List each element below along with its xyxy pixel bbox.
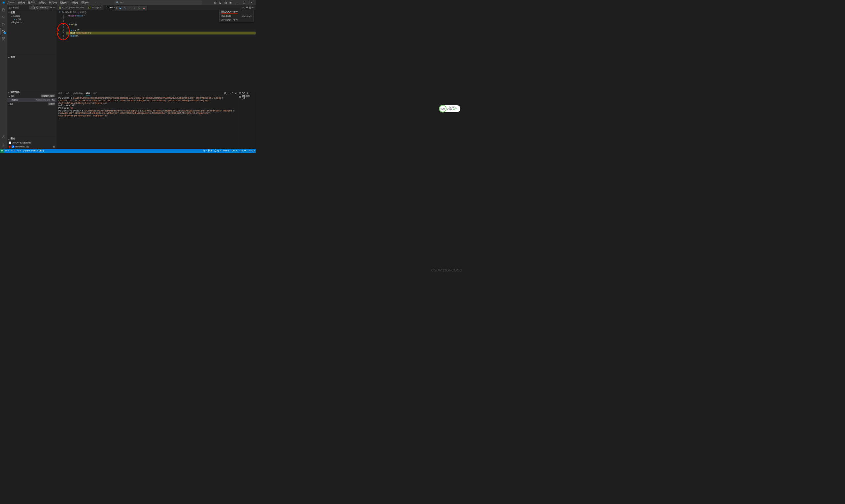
remote-indicator[interactable]: ⇄ bbox=[0, 149, 4, 153]
layout-panel-icon[interactable]: ⬓ bbox=[218, 1, 222, 5]
code-line[interactable]: int a = 10; bbox=[66, 29, 256, 32]
panel-layout-icon[interactable]: ▥⌄ bbox=[224, 92, 227, 95]
svg-point-10 bbox=[3, 145, 4, 146]
launch-config-select[interactable]: ▷ (gdb) Launch bbox=[29, 6, 50, 10]
svg-point-0 bbox=[2, 16, 4, 18]
split-editor-icon[interactable]: ▥ bbox=[249, 6, 251, 9]
section-breakpoints-header[interactable]: 断点 bbox=[7, 137, 57, 141]
activity-scm-icon[interactable] bbox=[0, 21, 7, 28]
window-maximize-icon[interactable]: ▢ bbox=[240, 0, 248, 5]
terminal-list-item[interactable]: ⚙cppdbg: hel... bbox=[239, 95, 255, 99]
search-icon: 🔍 bbox=[116, 1, 119, 4]
code-line[interactable]: { bbox=[66, 26, 256, 29]
activity-debug-badge: 1 bbox=[4, 32, 6, 34]
panel-tab[interactable]: 调试控制台 bbox=[73, 91, 83, 96]
activity-settings-icon[interactable] bbox=[0, 142, 7, 149]
debug-step-into-icon[interactable]: ↓ bbox=[128, 6, 132, 10]
more-icon[interactable]: ⋯ bbox=[252, 6, 254, 9]
file-icon: {} bbox=[59, 6, 61, 9]
callstack-thread[interactable]: [1]因 STEP 已暂停 bbox=[7, 94, 57, 98]
debug-step-out-icon[interactable]: ↑ bbox=[133, 6, 137, 10]
nav-back-icon[interactable]: ← bbox=[93, 0, 98, 5]
menu-item[interactable]: 文件(F) bbox=[6, 0, 16, 5]
debug-restart-icon[interactable]: ↻ bbox=[137, 6, 141, 10]
editor-tab[interactable]: {}tasks.json bbox=[86, 5, 104, 10]
drag-handle-icon[interactable]: ⠿ bbox=[116, 7, 118, 10]
breakpoint-checkbox[interactable] bbox=[8, 142, 11, 144]
breakpoint-checkbox[interactable] bbox=[12, 145, 14, 148]
command-center-input[interactable]: 🔍 test bbox=[115, 1, 202, 5]
statusbar-item[interactable]: { } C++ bbox=[238, 149, 247, 152]
more-icon[interactable]: ⋯ bbox=[53, 6, 55, 9]
code-line[interactable]: printf("hello world!\n"); bbox=[66, 32, 256, 35]
code-line[interactable]: } bbox=[66, 37, 256, 40]
activity-extensions-icon[interactable] bbox=[0, 35, 7, 42]
more-icon[interactable]: ⋯ bbox=[228, 92, 231, 95]
menu-item[interactable]: 转到(G) bbox=[48, 0, 58, 5]
statusbar-item[interactable]: Win32 bbox=[247, 149, 256, 152]
gear-icon[interactable]: ⚙ bbox=[246, 6, 248, 9]
breakpoint-glyph-icon[interactable] bbox=[58, 29, 59, 31]
gear-icon[interactable]: ⚙ bbox=[50, 6, 52, 9]
svg-rect-6 bbox=[2, 39, 3, 40]
callstack-frame[interactable]: main()helloworld.cpp7:1 bbox=[7, 98, 57, 102]
code-line[interactable]: return 0; bbox=[66, 35, 256, 38]
statusbar-item[interactable]: ▷(gdb) Launch (test) bbox=[22, 149, 45, 152]
menu-item[interactable]: 终端(T) bbox=[69, 0, 79, 5]
status-bar: ⇄ ⊗0⚠0↯0▷(gdb) Launch (test) 行 7, 列 1空格:… bbox=[0, 149, 256, 153]
run-menu-item-run[interactable]: 运行 C/C++ 文件 bbox=[220, 18, 253, 22]
svg-point-3 bbox=[4, 24, 5, 25]
breakpoint-item[interactable]: helloworld.cpp6 bbox=[7, 145, 57, 149]
section-callstack-header[interactable]: 调用堆栈 bbox=[7, 90, 57, 94]
code-editor[interactable]: 1234567▷89 #include<stdio.h>int main(){ … bbox=[57, 14, 256, 91]
breakpoint-item[interactable]: All C++ Exceptions bbox=[7, 141, 57, 145]
menu-item[interactable]: 运行(R) bbox=[58, 0, 69, 5]
window-close-icon[interactable]: ✕ bbox=[248, 0, 255, 5]
layout-sidebar-right-icon[interactable]: ◨ bbox=[224, 1, 227, 5]
menu-item[interactable]: 编辑(E) bbox=[16, 0, 27, 5]
debug-step-over-icon[interactable]: ⤵ bbox=[123, 6, 127, 10]
section-variables-header[interactable]: 变量 bbox=[7, 10, 57, 14]
activity-debug-icon[interactable]: 1 bbox=[0, 28, 7, 35]
window-minimize-icon[interactable]: — bbox=[233, 0, 240, 5]
debug-stop-icon[interactable]: ■ bbox=[142, 6, 146, 10]
menu-item[interactable]: 查看(V) bbox=[37, 0, 48, 5]
panel-tab[interactable]: 终端 bbox=[86, 91, 90, 96]
debug-continue-icon[interactable]: ▶ bbox=[118, 6, 122, 10]
nav-forward-icon[interactable]: → bbox=[99, 0, 103, 5]
activity-account-icon[interactable] bbox=[0, 133, 7, 140]
statusbar-item[interactable]: ⚠0 bbox=[10, 149, 16, 152]
statusbar-item[interactable]: ↯0 bbox=[16, 149, 22, 152]
panel-tab[interactable]: 问题 bbox=[58, 91, 63, 96]
statusbar-item[interactable]: 行 7, 列 1 bbox=[202, 149, 213, 152]
menu-item[interactable]: 帮助(H) bbox=[80, 0, 90, 5]
panel-tab[interactable]: 输出 bbox=[66, 91, 70, 96]
menu-item[interactable]: 选择(S) bbox=[27, 0, 37, 5]
terminal-list-item[interactable]: ⊞C/C++: ... bbox=[239, 92, 255, 95]
run-menu-item-runcode[interactable]: Run CodeCtrl+Alt+N bbox=[220, 14, 253, 18]
callstack-thread[interactable]: [2]已暂停 bbox=[7, 102, 57, 106]
variables-locals-header[interactable]: Locals bbox=[10, 14, 57, 17]
statusbar-item[interactable]: 空格: 4 bbox=[213, 149, 222, 152]
variables-registers-header[interactable]: Registers bbox=[10, 21, 57, 24]
run-menu-item-debug[interactable]: 调试 C/C++ 文件 bbox=[220, 10, 253, 14]
panel-close-icon[interactable]: ✕ bbox=[235, 92, 237, 95]
layout-sidebar-left-icon[interactable]: ◧ bbox=[213, 1, 217, 5]
panel-collapse-icon[interactable]: ⌃ bbox=[232, 92, 234, 95]
run-dropdown-icon[interactable]: ▷⌄ bbox=[242, 6, 245, 9]
cpp-file-icon: C⁺ bbox=[59, 11, 62, 14]
variable-row[interactable]: a = 10 bbox=[10, 17, 57, 21]
activity-search-icon[interactable] bbox=[0, 14, 7, 21]
section-watch-header[interactable]: 监视 bbox=[7, 55, 57, 59]
layout-customize-icon[interactable]: ▦ bbox=[228, 1, 232, 5]
code-line[interactable]: int main() bbox=[66, 23, 256, 26]
statusbar-item[interactable]: ⊗0 bbox=[4, 149, 10, 152]
activity-explorer-icon[interactable] bbox=[0, 6, 7, 14]
statusbar-item[interactable]: UTF-8 bbox=[222, 149, 230, 152]
terminal-output[interactable]: PS D:\test> & 'c:\Users\Lenovo\.vscode\e… bbox=[57, 96, 238, 149]
statusbar-item[interactable]: CRLF bbox=[230, 149, 238, 152]
panel-tab[interactable]: 端口 bbox=[93, 91, 98, 96]
editor-tab[interactable]: {}c_cpp_properties.json bbox=[57, 5, 86, 10]
performance-widget[interactable]: 50% ↑ 24.2K/s CPU 49°C bbox=[439, 105, 460, 112]
debug-toolbar: ⠿ ▶ ⤵ ↓ ↑ ↻ ■ bbox=[115, 6, 147, 11]
